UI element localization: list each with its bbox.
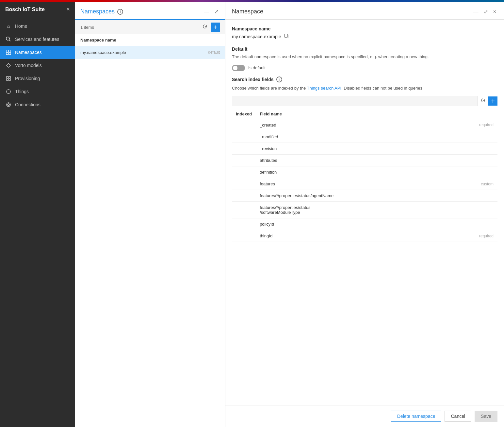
sidebar-item-connections[interactable]: Connections <box>0 98 75 111</box>
things-search-link[interactable]: Things search API <box>307 86 342 91</box>
detail-header-controls: — ⤢ × <box>472 7 497 16</box>
detail-minimize-button[interactable]: — <box>472 8 480 16</box>
svg-rect-14 <box>285 34 287 37</box>
sidebar-item-services[interactable]: Services and features <box>0 33 75 46</box>
svg-point-10 <box>7 90 10 94</box>
sidebar-nav: ⌂ Home Services and features <box>0 17 75 114</box>
field-badge-cell-0: required <box>446 119 497 131</box>
detail-expand-button[interactable]: ⤢ <box>482 7 489 16</box>
index-field-row: _modified <box>232 131 497 143</box>
reset-search-button[interactable] <box>479 96 487 106</box>
save-button[interactable]: Save <box>475 411 497 422</box>
detail-body: Namespace name my.namespace.example Defa… <box>225 20 504 405</box>
search-index-header: Search index fields i <box>232 77 497 82</box>
sidebar-item-label: Connections <box>15 102 41 107</box>
index-field-row: thingIdrequired <box>232 230 497 242</box>
things-icon <box>5 88 12 95</box>
sidebar-item-things[interactable]: Things <box>0 85 75 98</box>
field-toggle-cell-9 <box>232 230 256 242</box>
copy-icon[interactable] <box>284 33 289 40</box>
field-toggle-cell-2 <box>232 143 256 155</box>
svg-rect-7 <box>9 77 10 78</box>
minimize-button[interactable]: — <box>203 8 210 16</box>
provisioning-icon <box>5 75 12 82</box>
cancel-button[interactable]: Cancel <box>445 411 471 422</box>
search-input-row: + <box>232 96 497 106</box>
app-title: Bosch IoT Suite <box>5 7 45 12</box>
items-count: 1 items <box>80 25 94 30</box>
namespace-name: my.namespace.example <box>80 50 126 55</box>
sidebar-item-provisioning[interactable]: Provisioning <box>0 72 75 85</box>
index-field-row: featurescustom <box>232 178 497 190</box>
detail-header: Namespace — ⤢ × <box>225 2 504 20</box>
field-badge-cell-7 <box>446 202 497 218</box>
add-namespace-button[interactable]: + <box>211 23 220 32</box>
field-name-cell-4: definition <box>256 166 446 178</box>
items-count-bar: 1 items + <box>75 20 225 34</box>
search-icon <box>5 36 12 43</box>
sidebar-header: Bosch IoT Suite × <box>0 2 75 17</box>
default-section-label: Default <box>232 46 497 52</box>
is-default-toggle[interactable] <box>232 65 245 71</box>
namespaces-info-icon[interactable]: i <box>117 9 123 15</box>
ns-table-header-name: Namespace name <box>75 34 225 46</box>
panel-header-right: — ⤢ <box>203 7 220 16</box>
sidebar-item-namespaces[interactable]: Namespaces <box>0 46 75 59</box>
field-name-cell-1: _modified <box>256 131 446 143</box>
field-toggle-cell-6 <box>232 190 256 202</box>
field-badge-cell-4 <box>446 166 497 178</box>
search-index-info-icon[interactable]: i <box>276 77 282 82</box>
field-badge-cell-2 <box>446 143 497 155</box>
refresh-button[interactable] <box>201 23 209 32</box>
home-icon: ⌂ <box>5 23 12 29</box>
field-badge-cell-6 <box>446 190 497 202</box>
svg-rect-4 <box>6 53 8 55</box>
delete-namespace-button[interactable]: Delete namespace <box>391 411 442 422</box>
search-index-title: Search index fields <box>232 77 274 82</box>
index-field-row: _createdrequired <box>232 119 497 131</box>
namespace-name-cell: my.namespace.example default <box>75 46 225 59</box>
field-name-cell-8: policyId <box>256 218 446 230</box>
field-name-cell-7: features/*/properties/status/softwareMod… <box>256 202 446 218</box>
sidebar-close-button[interactable]: × <box>66 6 70 13</box>
namespaces-panel-title: Namespaces <box>80 8 115 15</box>
field-badge-cell-3 <box>446 155 497 166</box>
field-toggle-cell-1 <box>232 131 256 143</box>
index-field-row: attributes <box>232 155 497 166</box>
field-name-cell-5: features <box>256 178 446 190</box>
namespaces-panel-header: Namespaces i — ⤢ <box>75 2 225 20</box>
field-toggle-cell-0 <box>232 119 256 131</box>
detail-footer: Delete namespace Cancel Save <box>225 405 504 427</box>
field-toggle-cell-7 <box>232 202 256 218</box>
sidebar: Bosch IoT Suite × ⌂ Home Services and fe… <box>0 2 75 427</box>
svg-point-12 <box>8 104 9 106</box>
index-field-row: features/*/properties/status/agentName <box>232 190 497 202</box>
expand-button[interactable]: ⤢ <box>213 7 220 16</box>
namespace-row[interactable]: my.namespace.example default <box>75 46 225 59</box>
sidebar-item-label: Home <box>15 24 27 29</box>
search-field-input[interactable] <box>232 96 478 106</box>
namespace-name-value-row: my.namespace.example <box>232 33 497 40</box>
field-badge-cell-1 <box>446 131 497 143</box>
field-name-cell-0: _created <box>256 119 446 131</box>
field-name-cell-2: _revision <box>256 143 446 155</box>
svg-rect-8 <box>7 79 8 80</box>
sidebar-item-label: Vorto models <box>15 63 42 68</box>
index-field-row: definition <box>232 166 497 178</box>
sidebar-item-vorto[interactable]: Vorto models <box>0 59 75 72</box>
field-badge-cell-9: required <box>446 230 497 242</box>
svg-line-1 <box>9 40 11 42</box>
index-fields-table: Indexed Field name _createdrequired_modi… <box>232 109 497 242</box>
add-field-button[interactable]: + <box>488 96 497 106</box>
sidebar-item-label: Provisioning <box>15 76 40 81</box>
field-name-cell-3: attributes <box>256 155 446 166</box>
sidebar-item-home[interactable]: ⌂ Home <box>0 20 75 33</box>
svg-rect-2 <box>6 50 8 52</box>
index-field-row: features/*/properties/status/softwareMod… <box>232 202 497 218</box>
detail-close-button[interactable]: × <box>492 8 497 16</box>
namespace-detail-panel: Namespace — ⤢ × Namespace name my.namesp… <box>225 2 504 427</box>
field-name-col-header: Field name <box>256 109 446 119</box>
field-toggle-cell-8 <box>232 218 256 230</box>
svg-rect-6 <box>7 77 8 78</box>
field-name-cell-6: features/*/properties/status/agentName <box>256 190 446 202</box>
